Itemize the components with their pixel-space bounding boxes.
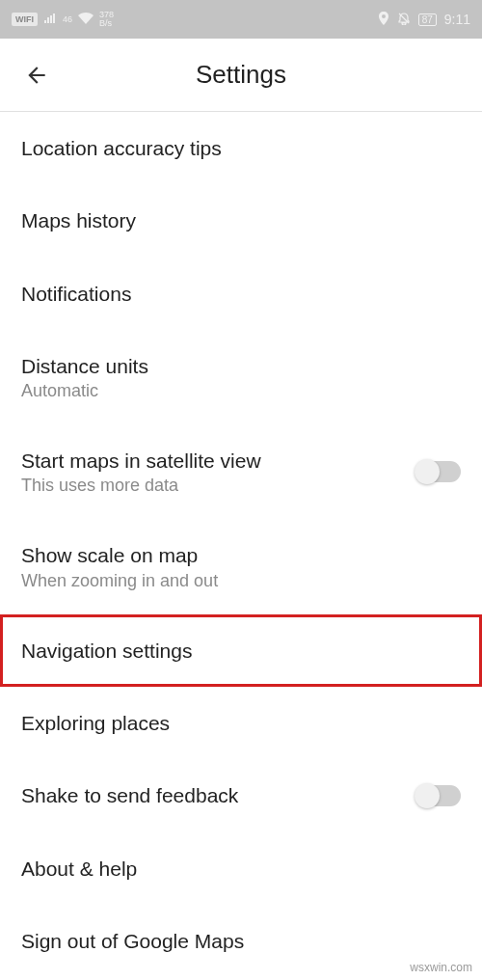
settings-item-distance-units[interactable]: Distance unitsAutomatic [0,330,482,424]
wifi-icon [78,13,94,27]
network-stats: 378 B/s [99,11,114,28]
item-title: Start maps in satellite view [21,448,416,474]
toggle-knob [415,783,440,808]
page-title: Settings [0,60,482,90]
back-button[interactable] [17,56,56,95]
settings-item-about-help[interactable]: About & help [0,832,482,905]
item-title: Sign out of Google Maps [21,928,461,954]
status-right: 87 9:11 [378,12,470,28]
battery-icon: 87 [418,14,437,26]
wifi-badge: WIFI [12,13,38,26]
item-title: Shake to send feedback [21,782,416,808]
toggle-knob [415,459,440,484]
settings-item-navigation-settings[interactable]: Navigation settings [0,614,482,687]
item-title: Maps history [21,207,461,233]
clock-text: 9:11 [444,12,470,27]
settings-item-shake-feedback[interactable]: Shake to send feedback [0,759,482,831]
status-bar: WIFI 46 378 B/s 87 9:11 [0,0,482,39]
location-icon [378,12,389,28]
settings-item-show-scale[interactable]: Show scale on mapWhen zooming in and out [0,519,482,613]
item-title: Distance units [21,353,461,379]
item-subtitle: Automatic [21,381,461,401]
item-title: Notifications [21,281,461,307]
settings-item-start-maps-satellite[interactable]: Start maps in satellite viewThis uses mo… [0,424,482,519]
settings-item-exploring-places[interactable]: Exploring places [0,687,482,759]
settings-item-notifications[interactable]: Notifications [0,258,482,330]
item-subtitle: This uses more data [21,476,416,496]
item-title: Exploring places [21,710,461,736]
status-left: WIFI 46 378 B/s [12,11,114,28]
item-title: Navigation settings [21,638,461,664]
item-title: Show scale on map [21,542,461,568]
settings-list: Location accuracy tipsMaps historyNotifi… [0,112,482,977]
settings-item-sign-out[interactable]: Sign out of Google Maps [0,905,482,977]
signal-icon [43,13,57,27]
app-bar: Settings [0,39,482,112]
item-subtitle: When zooming in and out [21,571,461,591]
settings-item-location-accuracy-tips[interactable]: Location accuracy tips [0,112,482,184]
toggle-switch[interactable] [416,461,461,482]
back-arrow-icon [24,63,49,88]
item-title: Location accuracy tips [21,135,461,161]
item-title: About & help [21,856,461,882]
alarm-off-icon [397,12,411,28]
toggle-switch[interactable] [416,785,461,806]
signal-text: 46 [63,14,72,24]
settings-item-maps-history[interactable]: Maps history [0,184,482,257]
